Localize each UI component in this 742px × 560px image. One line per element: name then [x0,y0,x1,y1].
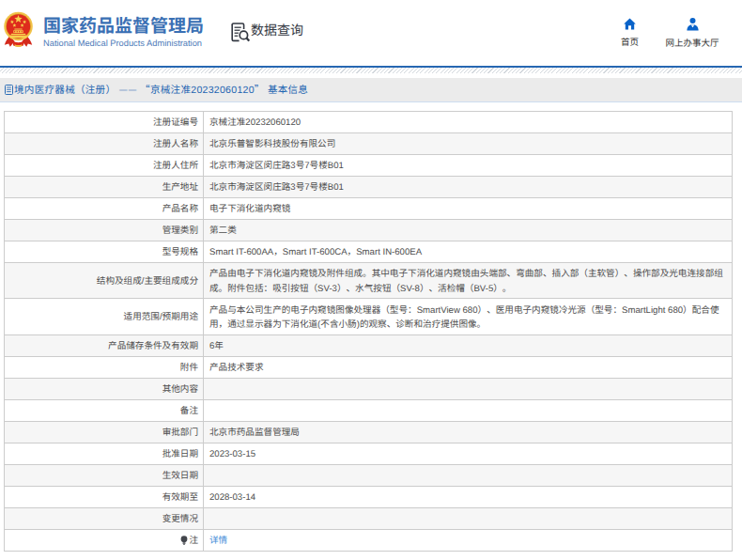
details-link[interactable]: 详情 [209,533,227,546]
nav-home-label: 首页 [609,37,651,46]
row-value: 2023-03-15 [204,443,733,465]
row-label: 管理类别 [5,220,204,241]
table-row: 变更情况 [5,508,733,530]
table-row: 管理类别 第二类 [5,220,733,241]
row-value: 产品由电子下消化道内窥镜及附件组成。其中电子下消化道内窥镜由头端部、弯曲部、插入… [204,263,733,299]
row-label: 变更情况 [5,508,204,530]
home-icon [624,18,636,30]
user-icon [687,18,699,31]
bulb-icon [180,536,188,545]
row-value: 产品与本公司生产的电子内窥镜图像处理器（型号：SmartView 680）、医用… [204,299,733,335]
table-row: 注册证编号 京械注准20232060120 [5,112,733,133]
table-row: 产品储存条件及有效期 6年 [5,335,733,357]
row-label: 生产地址 [5,177,204,198]
info-table: 注册证编号 京械注准20232060120 注册人名称 北京乐普智影科技股份有限… [4,111,733,552]
table-row: 生效日期 [5,465,733,487]
data-query-label[interactable]: 数据查询 [251,23,303,38]
table-row: 产品名称 电子下消化道内窥镜 [5,198,733,220]
row-label: 审批部门 [5,422,204,443]
table-row: 注册人名称 北京乐普智影科技股份有限公司 [5,133,733,155]
table-row: 生产地址 北京市海淀区闵庄路3号7号楼B01 [5,177,733,198]
data-query-icon [231,23,250,42]
row-value: 北京市药品监督管理局 [204,422,733,443]
row-label: 注册人名称 [5,133,204,155]
row-value [204,508,733,530]
row-label: 产品名称 [5,198,204,220]
table-row: 其他内容 [5,379,733,400]
site-header: 国家药品监督管理局 National Medical Products Admi… [0,0,742,66]
table-row: 结构及组成/主要组成成分 产品由电子下消化道内窥镜及附件组成。其中电子下消化道内… [5,263,733,299]
table-row: 审批部门 北京市药品监督管理局 [5,422,733,443]
row-label: 产品储存条件及有效期 [5,335,204,357]
row-value: 京械注准20232060120 [204,112,733,133]
nav-home[interactable]: 首页 [609,18,651,46]
row-label: 结构及组成/主要组成成分 [5,263,204,299]
national-emblem-logo [3,11,34,47]
row-label: 注 [5,530,204,552]
row-value: 2028-03-14 [204,487,733,508]
row-value [204,379,733,400]
row-value: 第二类 [204,220,733,241]
row-value: 北京市海淀区闵庄路3号7号楼B01 [204,155,733,177]
row-label: 其他内容 [5,379,204,400]
row-label: 有效期至 [5,487,204,508]
row-label: 注册证编号 [5,112,204,133]
nav-service-hall-label: 网上办事大厅 [662,38,722,47]
row-value [204,465,733,487]
table-row: 型号规格 Smart IT-600AA，Smart IT-600CA，Smart… [5,241,733,263]
row-label: 适用范围/预期用途 [5,299,204,335]
breadcrumb: 境内医疗器械（注册） —— “京械注准20232060120” 基本信息 [14,78,308,101]
row-value: 6年 [204,335,733,357]
site-subtitle: National Medical Products Administration [43,38,202,47]
row-value: 电子下消化道内窥镜 [204,198,733,220]
table-row: 备注 [5,400,733,422]
row-value: 北京市海淀区闵庄路3号7号楼B01 [204,177,733,198]
row-label: 型号规格 [5,241,204,263]
site-title: 国家药品监督管理局 [43,16,204,35]
table-row: 注册人住所 北京市海淀区闵庄路3号7号楼B01 [5,155,733,177]
nav-service-hall[interactable]: 网上办事大厅 [662,18,722,47]
document-icon [5,85,13,95]
registration-info-table: 注册证编号 京械注准20232060120 注册人名称 北京乐普智影科技股份有限… [4,111,742,552]
row-label: 生效日期 [5,465,204,487]
row-value [204,400,733,422]
row-label: 注册人住所 [5,155,204,177]
row-value: Smart IT-600AA，Smart IT-600CA，Smart IN-6… [204,241,733,263]
row-label: 批准日期 [5,443,204,465]
table-row: 注 详情 [5,530,733,552]
row-value: 北京乐普智影科技股份有限公司 [204,133,733,155]
row-label: 备注 [5,400,204,422]
row-value: 产品技术要求 [204,357,733,379]
table-row: 适用范围/预期用途 产品与本公司生产的电子内窥镜图像处理器（型号：SmartVi… [5,299,733,335]
row-label-text: 注 [189,533,198,546]
row-label: 附件 [5,357,204,379]
breadcrumb-bar: 境内医疗器械（注册） —— “京械注准20232060120” 基本信息 [0,78,742,102]
table-row: 有效期至 2028-03-14 [5,487,733,508]
table-row: 批准日期 2023-03-15 [5,443,733,465]
row-value: 详情 [204,530,733,552]
table-row: 附件 产品技术要求 [5,357,733,379]
